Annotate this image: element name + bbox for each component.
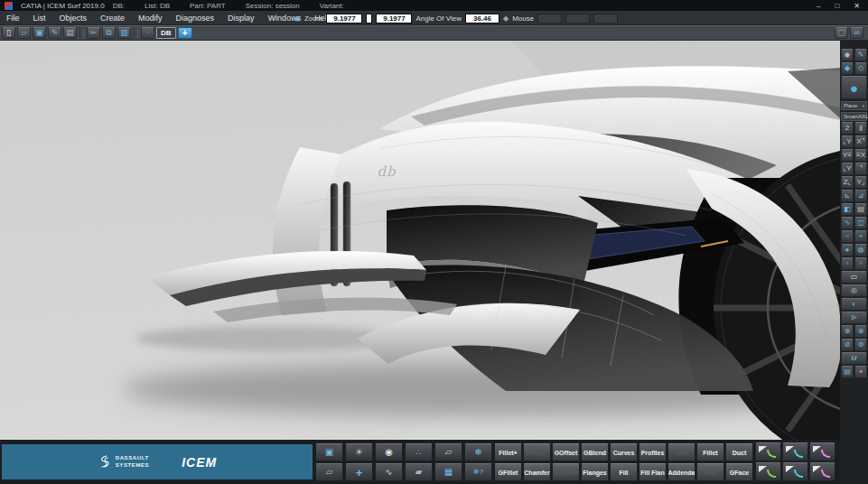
visibility-eye-icon[interactable]: ◉ <box>375 443 403 461</box>
sphere-shaded-icon[interactable]: ● <box>841 244 854 256</box>
mouse-field-2[interactable] <box>565 14 590 23</box>
binder-icon[interactable]: ◫ <box>854 217 867 229</box>
uv-curves-icon[interactable]: U <box>841 352 867 365</box>
zoom-y-input[interactable] <box>376 14 412 23</box>
create-plus-icon[interactable]: + <box>345 463 373 481</box>
page-copy-a-icon[interactable]: ▫ <box>841 257 854 270</box>
menu-item[interactable]: File <box>0 12 27 24</box>
zoom-out-icon[interactable]: − <box>841 230 854 243</box>
view-right-icon[interactable]: X⌝ <box>854 135 867 148</box>
view-iso-icon[interactable]: ⌝ <box>854 163 867 175</box>
menu-item[interactable]: Display <box>221 12 262 24</box>
scale-slider[interactable]: ▮ <box>854 122 867 135</box>
projector-view-icon[interactable]: ⊳ <box>841 312 867 324</box>
function-button[interactable]: Fillet+ <box>494 443 522 461</box>
sheet-page-icon[interactable]: ▤ <box>854 203 867 216</box>
scale-level-indicator[interactable]: 2 <box>841 122 854 135</box>
structure-tree-icon[interactable]: ∴ <box>405 443 433 461</box>
print-icon[interactable]: ▤ <box>63 27 77 39</box>
match-curve-pink-b-icon[interactable] <box>809 462 835 481</box>
fit-screen-icon[interactable]: ▭ <box>841 271 867 284</box>
function-button[interactable]: Fill <box>610 463 638 481</box>
menu-item[interactable]: Objects <box>53 12 95 24</box>
binoculars-icon[interactable]: ◎ <box>841 284 867 297</box>
maximize-button[interactable]: □ <box>835 2 839 10</box>
environment-globe-icon[interactable]: ● <box>841 76 867 99</box>
minimize-button[interactable]: – <box>817 2 820 10</box>
probe-b-icon[interactable]: ⊗ <box>854 325 867 338</box>
function-button[interactable]: GBlend <box>581 443 609 461</box>
shaded-display-icon[interactable]: ◉ <box>841 49 854 61</box>
close-button[interactable]: ✕ <box>854 2 860 10</box>
mouse-field-3[interactable] <box>593 14 618 23</box>
save-icon[interactable]: ▣ <box>33 27 46 39</box>
match-curve-pink-a-icon[interactable] <box>809 442 835 461</box>
view-glasses-icon[interactable]: ∞ <box>850 27 863 39</box>
function-button[interactable]: Fill Flan <box>639 463 667 481</box>
save-as-icon[interactable]: ✎ <box>48 27 61 39</box>
menu-item[interactable]: Modify <box>132 12 170 24</box>
function-button[interactable]: GOffset <box>552 443 580 461</box>
match-curve-cyan-b-icon[interactable] <box>782 462 808 481</box>
probe-c-icon[interactable]: ⊘ <box>841 339 854 351</box>
menu-item[interactable]: Create <box>94 12 132 24</box>
copy-icon[interactable]: ⧉ <box>102 27 116 39</box>
delete-eraser-icon[interactable]: ▰ <box>405 463 433 481</box>
gem-shaded-icon[interactable]: ◆ <box>841 62 854 75</box>
match-surface-green-b-icon[interactable] <box>755 462 781 481</box>
paste-icon[interactable]: ▥ <box>117 27 131 39</box>
view-front-icon[interactable]: ⌞Y <box>841 135 854 148</box>
open-part-icon[interactable]: ▱ <box>315 463 343 481</box>
view-y-icon[interactable]: ⌞Y <box>841 163 854 175</box>
gem-wire-icon[interactable]: ◇ <box>854 62 867 75</box>
freeze-query-icon[interactable]: ❄? <box>464 463 492 481</box>
view-list-icon[interactable]: Y≡ <box>841 149 854 162</box>
components-icon[interactable]: ▦ <box>434 463 462 481</box>
probe-a-icon[interactable]: ⊕ <box>841 325 854 338</box>
zoom-in-icon[interactable]: + <box>854 230 867 243</box>
probe-d-icon[interactable]: ⊚ <box>854 339 867 351</box>
pan-move-icon[interactable]: + <box>854 366 867 378</box>
clamp-a-icon[interactable]: ⊾ <box>841 190 854 202</box>
light-sources-icon[interactable]: ☀ <box>345 443 373 461</box>
cut-icon[interactable]: ✂ <box>87 27 100 39</box>
match-surface-green-a-icon[interactable] <box>755 442 781 461</box>
sidebar-dropdown[interactable]: SmartASU▾ <box>841 112 867 121</box>
window-list-icon[interactable]: ▢ <box>835 27 848 39</box>
function-button[interactable]: Fillet <box>696 443 724 461</box>
function-button[interactable]: GFillet <box>494 463 522 481</box>
function-button[interactable]: Flanges <box>581 463 609 481</box>
curve-flow-icon[interactable]: ∿ <box>841 217 854 229</box>
new-file-icon[interactable]: ▯ <box>2 27 15 39</box>
function-button[interactable]: Fillet3T <box>523 443 551 461</box>
viewport-3d[interactable]: db <box>0 41 840 440</box>
display-settings-icon[interactable]: ▣ <box>315 443 343 461</box>
function-button[interactable]: Profiles <box>639 443 667 461</box>
notes-page-icon[interactable]: ▤ <box>841 366 854 378</box>
function-button[interactable]: Chamfer <box>523 463 551 481</box>
view-z-icon[interactable]: Z⌞ <box>841 176 854 189</box>
history-icon[interactable]: ▫ <box>141 27 154 39</box>
function-button[interactable]: Gap <box>696 463 724 481</box>
material-brush-icon[interactable]: ✎ <box>854 49 867 61</box>
globe-rotate-icon[interactable]: ◐ <box>841 298 867 311</box>
freeze-icon[interactable]: ❄ <box>464 443 492 461</box>
open-icon[interactable]: ▱ <box>17 27 31 39</box>
solid-box-icon[interactable]: ◧ <box>841 203 854 216</box>
function-button[interactable]: GFace <box>725 463 753 481</box>
view-x-icon[interactable]: ≡X <box>854 149 867 162</box>
curve-create-icon[interactable]: ∿ <box>375 463 403 481</box>
mouse-field-1[interactable] <box>537 14 562 23</box>
function-button[interactable]: Addenda <box>667 463 695 481</box>
page-copy-b-icon[interactable]: ▫ <box>854 257 867 270</box>
tab-db[interactable]: DB <box>156 27 176 39</box>
zoom-lock-field[interactable] <box>366 14 372 23</box>
view-back-icon[interactable]: Y⌟ <box>854 176 867 189</box>
angle-of-view-input[interactable] <box>465 14 499 23</box>
sidebar-dropdown[interactable]: Plane▾ <box>841 101 867 110</box>
menu-item[interactable]: List <box>27 12 53 24</box>
function-button[interactable]: Tube <box>667 443 695 461</box>
add-tab-button[interactable]: + <box>178 27 192 39</box>
match-curve-cyan-a-icon[interactable] <box>782 442 808 461</box>
clamp-b-icon[interactable]: ⊿ <box>854 190 867 202</box>
